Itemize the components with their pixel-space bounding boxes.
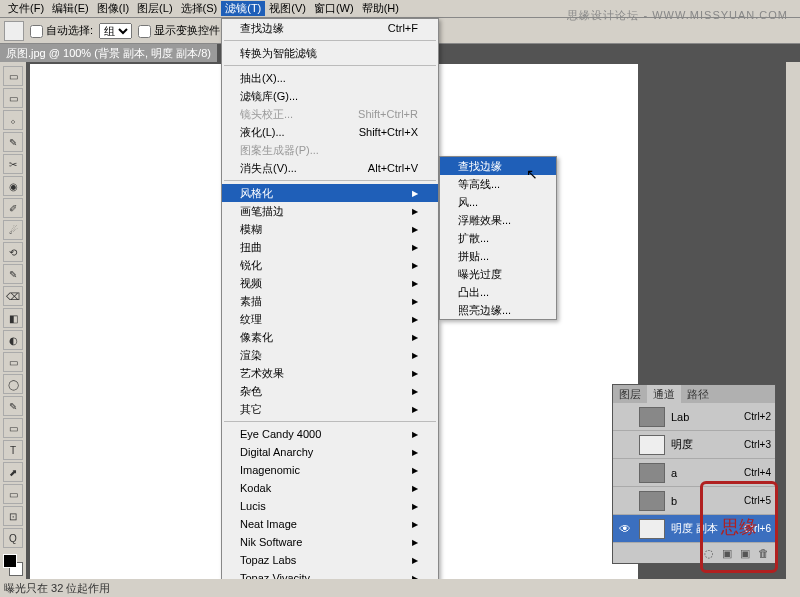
show-transform-label: 显示变换控件: [154, 24, 220, 36]
menu-7[interactable]: 窗口(W): [310, 1, 358, 16]
menu-item[interactable]: Imagenomic: [222, 461, 438, 479]
tool-18[interactable]: ⬈: [3, 462, 23, 482]
menu-item[interactable]: Kodak: [222, 479, 438, 497]
menu-item[interactable]: 风格化: [222, 184, 438, 202]
menu-item[interactable]: 艺术效果: [222, 364, 438, 382]
channel-thumb: [639, 519, 665, 539]
menu-item[interactable]: 查找边缘Ctrl+F: [222, 19, 438, 37]
menu-item[interactable]: 曝光过度: [440, 265, 556, 283]
document-tab[interactable]: 原图.jpg @ 100% (背景 副本, 明度 副本/8): [0, 44, 217, 62]
tool-7[interactable]: ☄: [3, 220, 23, 240]
menu-item: 镜头校正...Shift+Ctrl+R: [222, 105, 438, 123]
channel-shortcut: Ctrl+2: [744, 411, 771, 422]
panel-tabs: 图层通道路径: [613, 385, 775, 403]
right-rail: [786, 62, 800, 579]
auto-select-checkbox[interactable]: 自动选择:: [30, 23, 93, 38]
channel-name: Lab: [671, 411, 689, 423]
panel-tab-0[interactable]: 图层: [613, 385, 647, 403]
stamp-seal: 思缘: [700, 481, 778, 573]
menu-item[interactable]: 锐化: [222, 256, 438, 274]
panel-tab-2[interactable]: 路径: [681, 385, 715, 403]
menu-item[interactable]: 画笔描边: [222, 202, 438, 220]
color-swatches[interactable]: [3, 554, 23, 576]
tool-15[interactable]: ✎: [3, 396, 23, 416]
menu-item[interactable]: 渲染: [222, 346, 438, 364]
tool-5[interactable]: ◉: [3, 176, 23, 196]
tool-0[interactable]: ▭: [3, 66, 23, 86]
tool-19[interactable]: ▭: [3, 484, 23, 504]
menu-item[interactable]: 其它: [222, 400, 438, 418]
panel-tab-1[interactable]: 通道: [647, 385, 681, 403]
menu-0[interactable]: 文件(F): [4, 1, 48, 16]
tool-3[interactable]: ✎: [3, 132, 23, 152]
channel-thumb: [639, 463, 665, 483]
tool-13[interactable]: ▭: [3, 352, 23, 372]
auto-select-label: 自动选择:: [46, 24, 93, 36]
menu-item[interactable]: 凸出...: [440, 283, 556, 301]
filter-menu: 查找边缘Ctrl+F转换为智能滤镜抽出(X)...滤镜库(G)...镜头校正..…: [221, 18, 439, 597]
menu-item[interactable]: Lucis: [222, 497, 438, 515]
menu-item[interactable]: 素描: [222, 292, 438, 310]
menu-item[interactable]: 拼贴...: [440, 247, 556, 265]
tool-20[interactable]: ⊡: [3, 506, 23, 526]
tool-14[interactable]: ◯: [3, 374, 23, 394]
channel-name: 明度: [671, 437, 693, 452]
auto-select-dropdown[interactable]: 组: [99, 23, 132, 39]
menu-item[interactable]: 查找边缘: [440, 157, 556, 175]
menu-item[interactable]: 模糊: [222, 220, 438, 238]
tool-21[interactable]: Q: [3, 528, 23, 548]
channel-name: a: [671, 467, 677, 479]
menu-item[interactable]: 消失点(V)...Alt+Ctrl+V: [222, 159, 438, 177]
menu-3[interactable]: 图层(L): [133, 1, 176, 16]
menu-item[interactable]: 像素化: [222, 328, 438, 346]
tool-10[interactable]: ⌫: [3, 286, 23, 306]
menu-item[interactable]: 滤镜库(G)...: [222, 87, 438, 105]
menu-8[interactable]: 帮助(H): [358, 1, 403, 16]
visibility-icon[interactable]: 👁: [617, 522, 633, 536]
menu-1[interactable]: 编辑(E): [48, 1, 93, 16]
tool-8[interactable]: ⟲: [3, 242, 23, 262]
menu-item[interactable]: Nik Software: [222, 533, 438, 551]
tool-9[interactable]: ✎: [3, 264, 23, 284]
tool-12[interactable]: ◐: [3, 330, 23, 350]
menu-6[interactable]: 视图(V): [265, 1, 310, 16]
channel-name: b: [671, 495, 677, 507]
menu-item[interactable]: 扩散...: [440, 229, 556, 247]
menu-4[interactable]: 选择(S): [177, 1, 222, 16]
channel-row[interactable]: LabCtrl+2: [613, 403, 775, 431]
menu-item[interactable]: 等高线...: [440, 175, 556, 193]
tool-16[interactable]: ▭: [3, 418, 23, 438]
menu-item[interactable]: Topaz Labs: [222, 551, 438, 569]
move-tool-icon: [4, 21, 24, 41]
tool-2[interactable]: ⬦: [3, 110, 23, 130]
tool-1[interactable]: ▭: [3, 88, 23, 108]
channel-thumb: [639, 407, 665, 427]
channel-thumb: [639, 491, 665, 511]
channel-shortcut: Ctrl+3: [744, 439, 771, 450]
tool-4[interactable]: ✂: [3, 154, 23, 174]
menu-item[interactable]: 转换为智能滤镜: [222, 44, 438, 62]
menu-item[interactable]: 抽出(X)...: [222, 69, 438, 87]
menu-item[interactable]: 液化(L)...Shift+Ctrl+X: [222, 123, 438, 141]
menu-item: 图案生成器(P)...: [222, 141, 438, 159]
menu-item[interactable]: Eye Candy 4000: [222, 425, 438, 443]
menu-item[interactable]: 扭曲: [222, 238, 438, 256]
menu-item[interactable]: Digital Anarchy: [222, 443, 438, 461]
show-transform-checkbox[interactable]: 显示变换控件: [138, 23, 220, 38]
channel-row[interactable]: 明度Ctrl+3: [613, 431, 775, 459]
tool-6[interactable]: ✐: [3, 198, 23, 218]
menu-item[interactable]: 风...: [440, 193, 556, 211]
tool-11[interactable]: ◧: [3, 308, 23, 328]
status-bar: 曝光只在 32 位起作用: [0, 579, 800, 597]
menu-item[interactable]: 纹理: [222, 310, 438, 328]
menu-item[interactable]: 视频: [222, 274, 438, 292]
menu-5[interactable]: 滤镜(T): [221, 1, 265, 16]
menu-item[interactable]: 照亮边缘...: [440, 301, 556, 319]
tool-17[interactable]: T: [3, 440, 23, 460]
stylize-submenu: 查找边缘等高线...风...浮雕效果...扩散...拼贴...曝光过度凸出...…: [439, 156, 557, 320]
menu-item[interactable]: Neat Image: [222, 515, 438, 533]
menu-2[interactable]: 图像(I): [93, 1, 133, 16]
menu-item[interactable]: 杂色: [222, 382, 438, 400]
watermark: 思缘设计论坛 - WWW.MISSYUAN.COM: [567, 8, 788, 23]
menu-item[interactable]: 浮雕效果...: [440, 211, 556, 229]
